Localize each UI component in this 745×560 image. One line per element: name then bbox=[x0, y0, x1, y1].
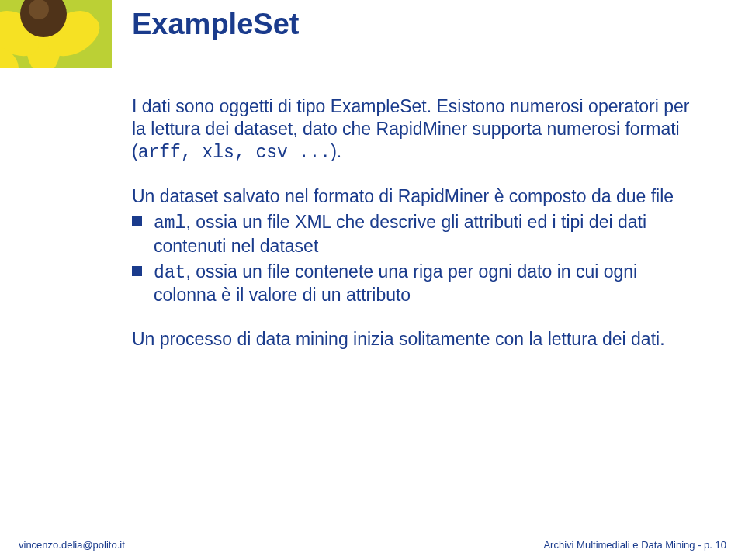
intro-text-post: ). bbox=[331, 141, 341, 161]
footer-page-info: Archivi Multimediali e Data Mining - p. … bbox=[543, 539, 726, 551]
page-title: ExampleSet bbox=[132, 8, 698, 41]
square-bullet-icon bbox=[132, 266, 142, 276]
footer: vincenzo.delia@polito.it Archivi Multime… bbox=[19, 539, 726, 551]
list-intro: Un dataset salvato nel formato di RapidM… bbox=[132, 185, 698, 208]
intro-paragraph: I dati sono oggetti di tipo ExampleSet. … bbox=[132, 95, 698, 164]
list-item-mono: aml bbox=[154, 213, 185, 233]
list-item: dat, ossia un file contenete una riga pe… bbox=[132, 261, 698, 307]
list-item-text: , ossia un file contenete una riga per o… bbox=[154, 261, 637, 306]
square-bullet-icon bbox=[132, 216, 142, 226]
list-item-text: , ossia un file XML che descrive gli att… bbox=[154, 212, 646, 256]
list-item-mono: dat bbox=[154, 263, 185, 283]
intro-mono: arff, xls, csv ... bbox=[138, 143, 331, 163]
file-list-block: Un dataset salvato nel formato di RapidM… bbox=[132, 185, 698, 306]
footer-email: vincenzo.delia@polito.it bbox=[19, 539, 125, 551]
list-item: aml, ossia un file XML che descrive gli … bbox=[132, 211, 698, 258]
closing-paragraph: Un processo di data mining inizia solita… bbox=[132, 328, 698, 351]
